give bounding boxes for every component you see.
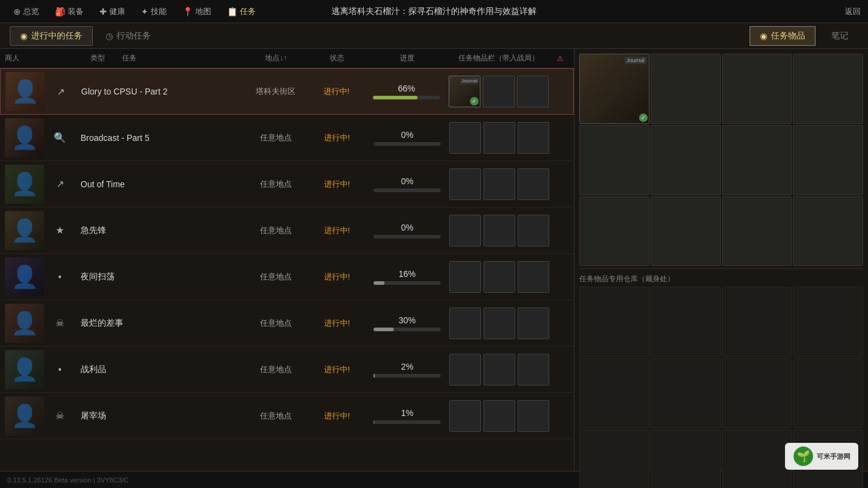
journal-check-icon: ✓	[639, 113, 648, 122]
quest-status: 进行中!	[306, 225, 367, 236]
quest-name: 急先锋	[76, 225, 245, 236]
quest-name: Glory to CPSU - Part 2	[76, 87, 245, 96]
col-header-items: 任务物品栏（带入战局）	[447, 53, 551, 63]
quest-item-slot-empty	[449, 307, 481, 339]
avatar-face: 👤	[5, 118, 44, 157]
progress-bar-fill	[374, 374, 375, 378]
quest-name: 最烂的差事	[76, 318, 245, 329]
quest-status: 进行中!	[306, 411, 367, 422]
back-button[interactable]: 返回	[845, 6, 861, 17]
tab-action-quests[interactable]: ◷ 行动任务	[95, 26, 161, 46]
items-grid-slot	[722, 125, 792, 195]
quest-type-icon: •	[44, 271, 76, 282]
progress-bar-bg	[374, 235, 441, 239]
quest-progress: 0%	[367, 223, 447, 239]
items-grid-slot	[722, 196, 792, 267]
nav-equipment[interactable]: 🎒 装备	[49, 4, 90, 20]
nav-overview[interactable]: ⊕ 总览	[7, 4, 45, 20]
merchant-avatar: 👤	[5, 396, 44, 436]
quest-item-slot-empty	[483, 354, 515, 386]
col-header-quest: 任务	[122, 53, 245, 63]
quest-item-slot-empty	[483, 122, 515, 154]
quest-items-cell	[447, 350, 551, 389]
col-header-location[interactable]: 地点↓↑	[245, 53, 306, 63]
storage-slot	[579, 287, 649, 357]
watermark: 🌱 可米手游网	[785, 443, 858, 470]
quest-status: 进行中!	[306, 271, 367, 282]
quest-location: 任意地点	[245, 225, 306, 236]
quest-rows: 👤 ↗ Glory to CPSU - Part 2 塔科夫街区 进行中! 66…	[0, 68, 574, 471]
nav-quests[interactable]: 📋 任务	[221, 4, 262, 20]
active-quests-check-icon: ◉	[20, 31, 27, 41]
quest-name: Broadcast - Part 5	[76, 133, 245, 143]
quest-item-slot-empty	[517, 76, 549, 107]
merchant-avatar: 👤	[5, 118, 44, 157]
quest-location: 任意地点	[245, 364, 306, 375]
quest-row[interactable]: 👤 ☠ 最烂的差事 任意地点 进行中! 30%	[0, 300, 574, 346]
tab-notes[interactable]: 笔记	[822, 27, 858, 45]
quest-row[interactable]: 👤 • 夜间扫荡 任意地点 进行中! 16%	[0, 254, 574, 300]
journal-item: Journal ✓	[580, 54, 649, 123]
avatar-face: 👤	[5, 211, 44, 250]
storage-slot	[722, 287, 792, 357]
storage-slot	[793, 358, 863, 428]
progress-bar-fill	[374, 281, 385, 285]
nav-health[interactable]: ✚ 健康	[93, 4, 131, 20]
progress-bar-fill	[373, 96, 418, 99]
overview-icon: ⊕	[13, 7, 21, 16]
quest-type-icon: ★	[44, 224, 76, 236]
col-header-progress: 进度	[367, 53, 447, 63]
avatar-face: 👤	[5, 165, 44, 204]
quest-row[interactable]: 👤 ↗ Out of Time 任意地点 进行中! 0%	[0, 161, 574, 207]
watermark-text: 可米手游网	[817, 452, 850, 461]
quest-items-cell	[447, 165, 551, 204]
item-check-icon: ✓	[470, 97, 479, 106]
watermark-logo: 🌱	[794, 447, 813, 466]
quest-row[interactable]: 👤 ↗ Glory to CPSU - Part 2 塔科夫街区 进行中! 66…	[0, 68, 574, 115]
quest-progress: 2%	[367, 362, 447, 378]
quest-item-slot-empty	[518, 215, 549, 246]
quest-row[interactable]: 👤 • 战利品 任意地点 进行中! 2%	[0, 346, 574, 393]
storage-slot	[651, 429, 721, 488]
quest-status: 进行中!	[306, 364, 367, 375]
avatar-face: 👤	[5, 304, 44, 343]
progress-bar-fill	[374, 420, 374, 424]
quest-location: 塔科夫街区	[245, 86, 306, 97]
quest-progress: 66%	[367, 84, 446, 99]
items-grid-slot	[793, 196, 863, 267]
nav-skills[interactable]: ✦ 技能	[135, 4, 173, 20]
merchant-avatar: 👤	[5, 350, 44, 389]
items-grid-slot	[793, 54, 863, 124]
quest-name: Out of Time	[76, 179, 245, 189]
quest-items-cell: Journal ✓	[446, 72, 550, 111]
quest-name: 战利品	[76, 364, 245, 375]
storage-slot	[579, 429, 649, 488]
items-grid-slot	[579, 196, 649, 267]
progress-bar-bg	[374, 374, 441, 378]
quest-item-slot-empty	[483, 215, 515, 246]
quest-row[interactable]: 👤 ★ 急先锋 任意地点 进行中! 0%	[0, 207, 574, 254]
quest-type-icon: ☠	[44, 410, 76, 422]
quest-item-slot-empty	[518, 400, 549, 432]
progress-bar-bg	[374, 281, 441, 285]
quest-row[interactable]: 👤 🔍 Broadcast - Part 5 任意地点 进行中! 0%	[0, 115, 574, 161]
tab-active-quests[interactable]: ◉ 进行中的任务	[10, 26, 93, 46]
quest-type-icon: 🔍	[44, 132, 76, 143]
quest-row[interactable]: 👤 ☠ 屠宰场 任意地点 进行中! 1%	[0, 393, 574, 439]
tab-quest-items[interactable]: ◉ 任务物品	[750, 26, 816, 46]
items-grid-slot	[651, 125, 721, 195]
storage-label: 任务物品专用仓库（藏身处）	[579, 268, 863, 287]
items-grid-slot	[651, 54, 721, 124]
quest-item-slot-empty	[518, 307, 549, 339]
merchant-avatar: 👤	[5, 304, 44, 343]
quest-item-slot-empty	[449, 400, 481, 432]
quest-item-slot-empty	[518, 354, 549, 386]
col-header-status: 状态	[306, 53, 367, 63]
tab-bar: ◉ 进行中的任务 ◷ 行动任务 ◉ 任务物品 笔记	[0, 23, 868, 49]
quest-item-slot-empty	[483, 400, 515, 432]
quest-items-cell	[447, 304, 551, 343]
avatar-face: 👤	[5, 396, 44, 436]
nav-map[interactable]: 📍 地图	[176, 4, 217, 20]
equipment-icon: 🎒	[55, 7, 65, 16]
quest-list-area: 商人 类型 任务 地点↓↑ 状态 进度 任务物品栏（带入战局） ⚠	[0, 49, 574, 471]
